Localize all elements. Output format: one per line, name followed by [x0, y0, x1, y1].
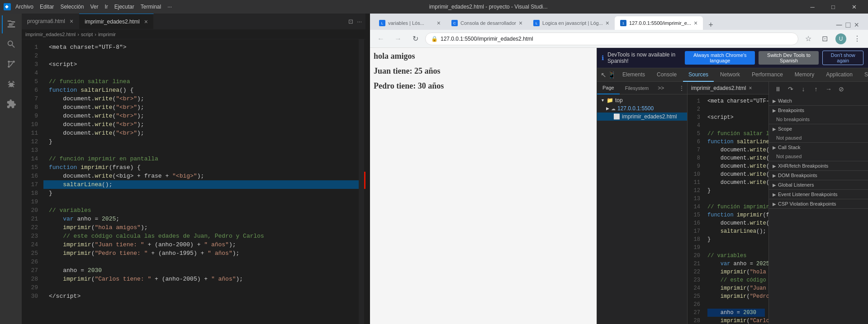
- menu-seleccion[interactable]: Selección: [57, 4, 86, 10]
- no-breakpoints-text: No breakpoints: [776, 117, 810, 122]
- step-over-button[interactable]: ↷: [785, 84, 796, 94]
- always-match-button[interactable]: Always match Chrome's language: [685, 51, 755, 65]
- tab-close-programa6[interactable]: ×: [70, 18, 73, 25]
- step-button[interactable]: →: [823, 84, 834, 94]
- devtools-tab-performance[interactable]: Performance: [746, 68, 788, 82]
- minimize-button[interactable]: ─: [802, 0, 823, 14]
- back-button[interactable]: ←: [374, 32, 388, 46]
- title-bar-menu[interactable]: Archivo Editar Selección Ver Ir Ejecutar…: [13, 4, 175, 10]
- devtools-device-icon[interactable]: 📱: [607, 69, 616, 81]
- sources-tab-filesystem[interactable]: Filesystem: [620, 82, 655, 94]
- activity-git[interactable]: [2, 55, 20, 73]
- menu-editar[interactable]: Editar: [37, 4, 57, 10]
- activity-debug[interactable]: [2, 75, 20, 93]
- new-tab-button[interactable]: +: [705, 20, 717, 30]
- browser-minimize[interactable]: ─: [836, 20, 842, 30]
- devtools-tab-console[interactable]: Console: [651, 68, 682, 82]
- deactivate-breakpoints-button[interactable]: ⊘: [836, 84, 847, 94]
- maximize-button[interactable]: □: [823, 0, 844, 14]
- devtools-tab-application[interactable]: Application: [821, 68, 858, 82]
- activity-search[interactable]: [2, 35, 20, 53]
- browser-tab-variables[interactable]: L variables | Lós... ×: [374, 16, 446, 30]
- browser-tab-close-4[interactable]: ×: [694, 19, 697, 27]
- file-tree-top[interactable]: ▼ 📁 top: [597, 96, 687, 104]
- step-into-button[interactable]: ↓: [798, 84, 809, 94]
- svg-point-4: [8, 66, 10, 68]
- step-out-button[interactable]: ↑: [811, 84, 821, 94]
- browser-close[interactable]: ×: [854, 20, 859, 30]
- extension-button[interactable]: ⊡: [817, 32, 832, 46]
- file-tree: ▼ 📁 top ▶ ☁ 127.0.0.1:5500: [597, 94, 687, 324]
- pause-button[interactable]: ⏸: [773, 84, 783, 94]
- reload-button[interactable]: ↻: [408, 32, 422, 46]
- devtools-tab-memory[interactable]: Memory: [789, 68, 820, 82]
- call-stack-content: Not paused: [769, 152, 868, 161]
- editor-tab-imprimir[interactable]: imprimir_edades2.html ×: [79, 14, 154, 29]
- tab-label-active: imprimir_edades2.html: [85, 19, 139, 25]
- dont-show-button[interactable]: Don't show again: [822, 51, 863, 65]
- menu-ejecutar[interactable]: Ejecutar: [112, 4, 137, 10]
- sources-code-text[interactable]: <meta charset="UTF-8"> <script> // funci…: [704, 94, 768, 324]
- dom-header[interactable]: ▶ DOM Breakpoints: [769, 171, 868, 180]
- switch-to-spanish-button[interactable]: Switch Dev Tools to Spanish: [759, 51, 819, 65]
- profile-button[interactable]: U: [834, 32, 848, 46]
- sources-tab-page[interactable]: Page: [597, 82, 620, 94]
- call-stack-not-paused: Not paused: [776, 154, 802, 159]
- call-stack-header[interactable]: ▶ Call Stack: [769, 143, 868, 152]
- sources-line-numbers: 1234567891011121314151617181920212223242…: [688, 94, 704, 324]
- browser-tab-close-1[interactable]: ×: [437, 19, 441, 27]
- star-button[interactable]: ☆: [801, 32, 816, 46]
- activity-extensions[interactable]: [2, 95, 20, 113]
- sources-code-content[interactable]: 1234567891011121314151617181920212223242…: [688, 94, 768, 324]
- file-tree-file[interactable]: ⬜ imprimir_edades2.html: [597, 113, 687, 121]
- address-bar[interactable]: 🔒 127.0.0.1:5500/imprimir_edades2.html: [425, 33, 798, 45]
- devtools-tab-network[interactable]: Network: [715, 68, 745, 82]
- breakpoints-arrow: ▶: [773, 108, 776, 113]
- watch-header[interactable]: ▶ Watch: [769, 96, 868, 105]
- browser-tab-active[interactable]: 1 127.0.0.1:5500/imprimir_e... ×: [615, 16, 703, 30]
- devtools-pointer-icon[interactable]: ↖: [601, 69, 607, 81]
- editor-tab-programa6[interactable]: programa6.html ×: [22, 14, 79, 29]
- code-content[interactable]: <meta charset="UTF-8"> <script> // funci…: [43, 39, 359, 324]
- forward-button[interactable]: →: [391, 32, 405, 46]
- breadcrumb-function[interactable]: imprimir: [98, 32, 116, 37]
- sources-file-close[interactable]: ×: [749, 85, 752, 91]
- browser-maximize[interactable]: □: [846, 20, 851, 30]
- xhr-header[interactable]: ▶ XHR/fetch Breakpoints: [769, 161, 868, 170]
- sources-tab-options[interactable]: ⋮: [676, 85, 687, 91]
- browser-tab-consola[interactable]: C Consola de desarrollador ×: [446, 16, 528, 30]
- more-tabs-icon[interactable]: ···: [357, 18, 362, 25]
- code-editor[interactable]: 1234567891011121314151617181920212223242…: [22, 39, 365, 324]
- activity-explorer[interactable]: [2, 15, 20, 33]
- sources-tab-more[interactable]: >>: [654, 85, 668, 91]
- breadcrumb-script[interactable]: script: [81, 32, 93, 37]
- scope-header[interactable]: ▶ Scope: [769, 124, 868, 133]
- address-text: 127.0.0.1:5500/imprimir_edades2.html: [441, 36, 533, 42]
- file-tree-server[interactable]: ▶ ☁ 127.0.0.1:5500: [597, 104, 687, 113]
- global-header[interactable]: ▶ Global Listeners: [769, 180, 868, 189]
- csp-header[interactable]: ▶ CSP Violation Breakpoints: [769, 199, 868, 208]
- devtools-tab-sources[interactable]: Sources: [683, 68, 714, 82]
- devtools-tab-elements[interactable]: Elements: [617, 68, 650, 82]
- menu-terminal[interactable]: Terminal: [138, 4, 164, 10]
- more-button[interactable]: ⋮: [850, 32, 864, 46]
- scope-section: ▶ Scope Not paused: [769, 124, 868, 143]
- event-header[interactable]: ▶ Event Listener Breakpoints: [769, 190, 868, 199]
- dom-label: DOM Breakpoints: [778, 173, 817, 178]
- menu-more[interactable]: ···: [165, 4, 175, 10]
- split-editor-icon[interactable]: ⊡: [348, 18, 353, 25]
- browser-tab-close-3[interactable]: ×: [606, 19, 609, 27]
- breakpoints-header[interactable]: ▶ Breakpoints: [769, 106, 868, 115]
- devtools-tab-security[interactable]: Security: [859, 68, 868, 82]
- xhr-label: XHR/fetch Breakpoints: [778, 163, 828, 169]
- browser-tab-close-2[interactable]: ×: [519, 19, 522, 27]
- breadcrumb-file[interactable]: imprimir_edades2.html: [25, 32, 76, 37]
- menu-ver[interactable]: Ver: [87, 4, 101, 10]
- close-button[interactable]: ✕: [844, 0, 864, 14]
- browser-tab-logica[interactable]: L Logica en javascript | Lóg... ×: [528, 16, 615, 30]
- menu-archivo[interactable]: Archivo: [13, 4, 36, 10]
- nav-actions: ☆ ⊡ U ⋮: [801, 32, 864, 46]
- menu-ir[interactable]: Ir: [102, 4, 110, 10]
- error-marker-1: [364, 172, 365, 180]
- tab-close-imprimir[interactable]: ×: [144, 18, 148, 25]
